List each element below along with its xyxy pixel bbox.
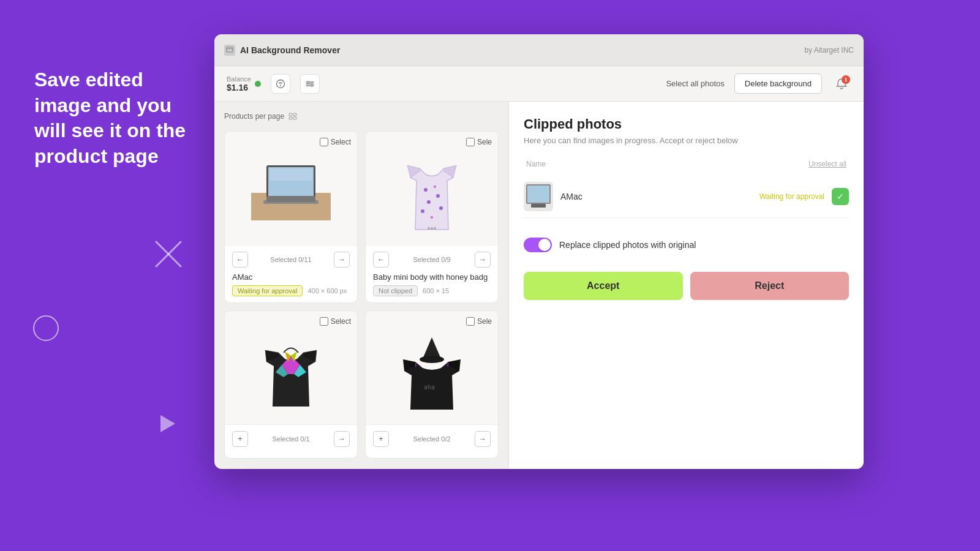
select-all-button[interactable]: Select all photos <box>666 79 724 88</box>
product-card-image-3: Select <box>225 311 357 424</box>
product-grid: Products per page <box>214 102 508 469</box>
svg-point-9 <box>307 81 309 83</box>
svg-rect-11 <box>289 113 292 116</box>
product-nav-1: ← Selected 0/11 → <box>232 252 350 268</box>
product-cards-grid: Select ← Selected 0/11 → AMac Waiting fo… <box>224 131 499 459</box>
unselect-all-button[interactable]: Unselect all <box>809 160 846 168</box>
byline: by Aitarget INC <box>804 46 854 54</box>
svg-point-21 <box>424 188 428 192</box>
svg-rect-12 <box>293 113 296 116</box>
product-nav-4: + Selected 0/2 → <box>373 431 491 447</box>
status-badge-2: Not clipped <box>373 285 418 296</box>
card-footer-1: ← Selected 0/11 → AMac Waiting for appro… <box>225 245 357 302</box>
product-size-2: 600 × 15 <box>423 287 449 294</box>
title-bar-left: AI Background Remover <box>224 45 340 56</box>
select-checkbox-3[interactable]: Select <box>320 317 351 326</box>
select-checkbox-4[interactable]: Sele <box>466 317 492 326</box>
panel-subtitle: Here you can find images in progress. Ac… <box>524 136 849 145</box>
select-checkbox-2[interactable]: Sele <box>466 138 492 146</box>
toggle-row: Replace clipped photos with original <box>524 230 849 260</box>
select-checkbox-1[interactable]: Select <box>320 138 351 146</box>
add-arrow-4[interactable]: + <box>373 431 389 447</box>
clipped-photos-panel: Clipped photos Here you can find images … <box>508 102 864 469</box>
next-arrow-4[interactable]: → <box>475 431 491 447</box>
status-badge-1: Waiting for approval <box>232 285 303 296</box>
product-card: Select ← Selected 0/11 → AMac Waiting fo… <box>224 131 358 303</box>
toggle-knob <box>538 239 551 251</box>
checkbox-4[interactable] <box>466 317 475 326</box>
image-thumbnail <box>524 182 553 211</box>
svg-rect-13 <box>289 117 292 119</box>
product-nav-2: ← Selected 0/9 → <box>373 252 491 268</box>
clipped-image-row: AMac Waiting for approval ✓ <box>524 176 849 218</box>
next-arrow-1[interactable]: → <box>334 252 350 268</box>
product-card-image-2: Sele <box>366 132 498 245</box>
content-area: Products per page <box>214 102 864 469</box>
product-card-image: Select <box>225 132 357 245</box>
svg-rect-14 <box>293 117 296 119</box>
deco-x-icon <box>153 239 184 269</box>
prev-arrow-2[interactable]: ← <box>373 252 389 268</box>
products-per-page-label: Products per page <box>224 111 499 121</box>
card-footer-4: + Selected 0/2 → <box>366 424 498 458</box>
selected-count-3: Selected 0/1 <box>272 435 309 443</box>
reject-button[interactable]: Reject <box>690 272 850 300</box>
product-card-4: aha Sele <box>365 310 499 459</box>
svg-point-22 <box>436 194 440 198</box>
replace-toggle[interactable] <box>524 238 552 252</box>
next-arrow-3[interactable]: → <box>334 431 350 447</box>
svg-point-25 <box>421 209 424 213</box>
add-arrow-3[interactable]: + <box>232 431 248 447</box>
deco-play-icon <box>160 415 175 432</box>
headline: Save edited image and you will see it on… <box>34 67 194 169</box>
prev-arrow-1[interactable]: ← <box>232 252 248 268</box>
svg-point-5 <box>280 84 281 86</box>
notification-button[interactable]: 1 <box>832 74 851 94</box>
svg-point-23 <box>427 200 431 204</box>
app-title: AI Background Remover <box>240 45 340 55</box>
selected-count-2: Selected 0/9 <box>413 256 450 263</box>
balance-amount: $1.16 <box>227 83 251 92</box>
selected-count-4: Selected 0/2 <box>413 435 450 443</box>
title-bar: AI Background Remover by Aitarget INC <box>214 34 864 66</box>
svg-point-30 <box>434 227 436 230</box>
delete-background-button[interactable]: Delete background <box>734 73 822 94</box>
notification-badge: 1 <box>842 75 850 84</box>
window-icon <box>224 45 235 56</box>
toggle-label: Replace clipped photos with original <box>559 240 696 250</box>
svg-point-29 <box>431 227 433 230</box>
product-name-2: Baby mini body with honey badg <box>373 272 491 282</box>
card-footer-2: ← Selected 0/9 → Baby mini body with hon… <box>366 245 498 302</box>
product-size-1: 400 × 600 px <box>307 287 347 294</box>
svg-point-27 <box>431 216 433 219</box>
balance-status-dot <box>255 81 261 87</box>
app-window: AI Background Remover by Aitarget INC Ba… <box>214 34 864 469</box>
product-meta-1: Waiting for approval 400 × 600 px <box>232 285 350 296</box>
checkbox-3[interactable] <box>320 317 328 326</box>
chat-icon-btn[interactable] <box>271 74 290 94</box>
svg-rect-34 <box>527 186 549 203</box>
product-card-3: Select + Selected 0/1 → <box>224 310 358 459</box>
image-row-left: AMac <box>524 182 582 211</box>
panel-title: Clipped photos <box>524 116 849 132</box>
product-name-1: AMac <box>232 272 350 282</box>
checkbox-1[interactable] <box>320 138 328 146</box>
panel-table-header: Name Unselect all <box>524 160 849 168</box>
product-card-image-4: aha Sele <box>366 311 498 424</box>
deco-circle-icon <box>33 315 59 341</box>
balance-label: Balance <box>227 75 251 83</box>
balance-info: Balance $1.16 <box>227 75 251 92</box>
clipped-image-name: AMac <box>560 192 582 201</box>
svg-point-26 <box>434 186 436 188</box>
selected-count-1: Selected 0/11 <box>270 256 311 263</box>
toolbar: Balance $1.16 Select all photos Dele <box>214 66 864 102</box>
next-arrow-2[interactable]: → <box>475 252 491 268</box>
filter-icon-btn[interactable] <box>300 74 320 94</box>
image-check-button[interactable]: ✓ <box>832 188 849 205</box>
card-footer-3: + Selected 0/1 → <box>225 424 357 458</box>
svg-point-28 <box>428 227 430 230</box>
checkbox-2[interactable] <box>466 138 475 146</box>
svg-rect-20 <box>266 196 315 202</box>
accept-button[interactable]: Accept <box>524 272 683 300</box>
image-row-right: Waiting for approval ✓ <box>760 188 849 205</box>
